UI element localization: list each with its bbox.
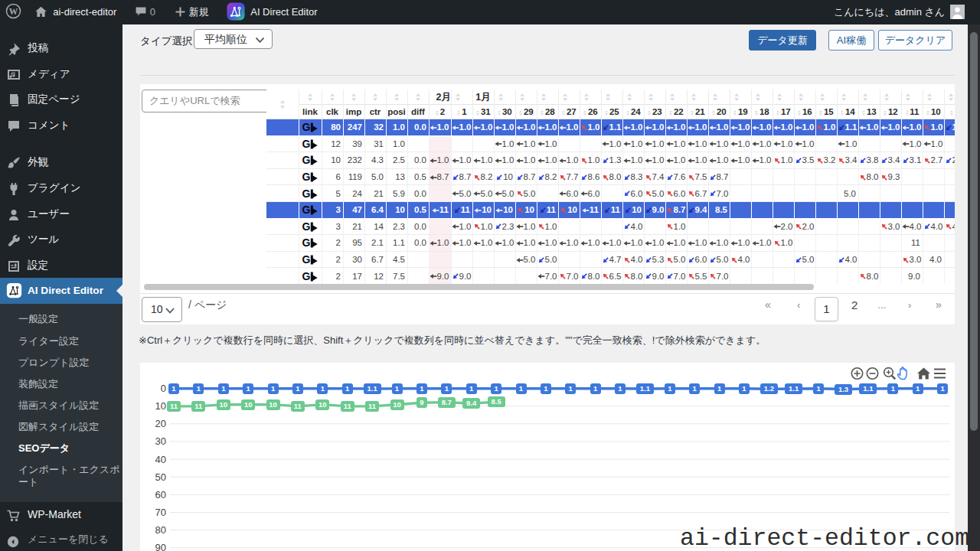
svg-text:20: 20 — [155, 418, 166, 429]
svg-text:W: W — [9, 7, 18, 16]
svg-text:60: 60 — [155, 489, 166, 500]
svg-text:0: 0 — [161, 383, 166, 394]
svg-text:80: 80 — [155, 524, 166, 536]
svg-text:40: 40 — [155, 454, 166, 465]
svg-text:30: 30 — [155, 435, 166, 447]
svg-text:10: 10 — [155, 400, 166, 412]
svg-text:90: 90 — [155, 542, 166, 551]
svg-text:70: 70 — [155, 507, 166, 518]
svg-text:50: 50 — [155, 471, 166, 483]
